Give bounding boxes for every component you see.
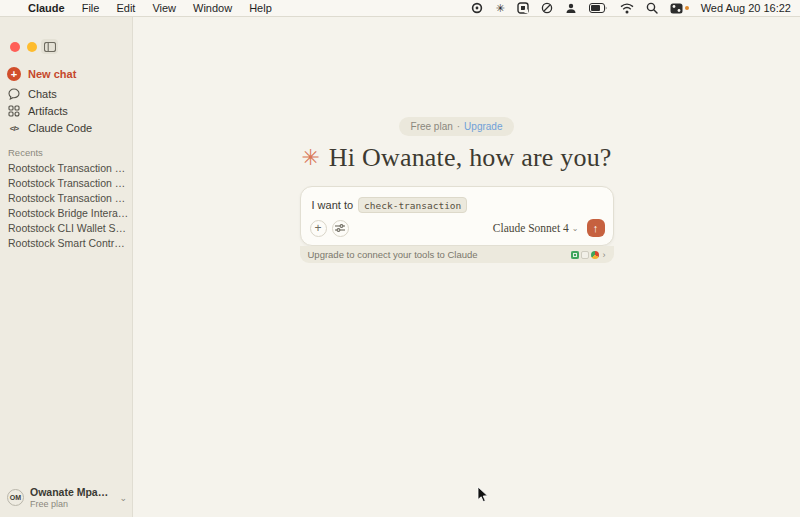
recent-chat-item[interactable]: Rootstock Transaction Verification [8,192,130,204]
upgrade-link[interactable]: Upgrade [464,121,502,132]
tools-settings-button[interactable] [332,220,349,237]
tool-icon-multicolor [591,251,599,259]
claude-starburst-icon: ✳ [301,147,319,169]
menu-view[interactable]: View [152,2,176,14]
menubar: Claude File Edit View Window Help ✳ [0,0,800,17]
artifacts-grid-icon [7,105,21,117]
sidebar-item-label: Claude Code [28,122,92,134]
minimize-window-button[interactable] [27,42,37,52]
plus-icon: + [7,67,21,81]
model-name: Claude Sonnet 4 [493,222,569,234]
close-window-button[interactable] [10,42,20,52]
chevron-down-icon: ⌄ [119,493,127,503]
new-chat-button[interactable]: + New chat [7,67,76,81]
shield-slash-icon[interactable] [541,2,553,15]
chevron-right-icon: › [603,250,606,260]
spotlight-search-icon[interactable] [646,2,658,15]
recent-chat-item[interactable]: Rootstock Bridge Interaction [8,207,130,219]
wifi-icon[interactable] [620,2,634,15]
greeting-text: Hi Owanate, how are you? [329,143,612,173]
battery-icon[interactable] [589,2,608,15]
dot-circle-icon[interactable] [471,2,483,15]
sidebar-item-label: Artifacts [28,105,68,117]
attach-button[interactable]: + [310,220,327,237]
connect-tools-banner[interactable]: Upgrade to connect your tools to Claude … [300,246,614,263]
sidebar-item-label: Chats [28,88,57,100]
greeting: ✳ Hi Owanate, how are you? [301,143,611,173]
sidebar-item-chats[interactable]: Chats [7,88,57,100]
recents-header: Recents [8,147,43,158]
plan-badge-text: Free plan [411,121,453,132]
main-content: Free plan · Upgrade ✳ Hi Owanate, how ar… [133,17,800,517]
tool-app-icons [571,251,599,259]
user-switch-icon[interactable] [565,2,577,15]
menu-help[interactable]: Help [249,2,272,14]
menu-window[interactable]: Window [193,2,232,14]
user-name: Owanate Mpakaboari A... [30,486,113,498]
recent-chat-item[interactable]: Rootstock Transaction Verification [8,177,130,189]
sidebar-item-artifacts[interactable]: Artifacts [7,105,68,117]
menu-extra-icon[interactable] [670,2,689,15]
recent-chat-item[interactable]: Rootstock Smart Contract Deploy... [8,237,130,249]
claude-app-window: + New chat Chats Artifacts </> Claude Co… [0,17,800,517]
tool-icon-gray [581,251,589,259]
menubar-clock[interactable]: Wed Aug 20 16:22 [701,2,791,14]
connect-tools-label: Upgrade to connect your tools to Claude [308,249,571,260]
model-selector[interactable]: Claude Sonnet 4 ⌄ [493,222,579,234]
send-button[interactable]: ↑ [587,219,605,237]
code-icon: </> [7,124,21,133]
user-account-button[interactable]: OM Owanate Mpakaboari A... Free plan ⌄ [7,486,127,509]
sidebar: + New chat Chats Artifacts </> Claude Co… [0,17,133,517]
chat-bubble-icon [7,88,21,100]
sidebar-toggle-button[interactable] [41,39,58,54]
user-plan: Free plan [30,499,113,509]
composer-typed-text: I want to [312,199,354,211]
menubar-app-name[interactable]: Claude [28,2,65,14]
avatar: OM [7,489,24,506]
recent-chat-item[interactable]: Rootstock CLI Wallet Setup [8,222,130,234]
recent-chat-item[interactable]: Rootstock Transaction Check [8,162,130,174]
menu-edit[interactable]: Edit [116,2,135,14]
composer-input[interactable]: I want to check-transaction [312,197,468,213]
tool-icon-green [571,251,579,259]
message-composer[interactable]: I want to check-transaction + Claude Son… [300,186,614,246]
app-badge-icon[interactable] [517,2,529,15]
code-token-pill: check-transaction [358,197,467,213]
menu-file[interactable]: File [82,2,100,14]
chevron-down-icon: ⌄ [572,224,579,233]
plan-badge: Free plan · Upgrade [399,117,515,136]
notification-dot [685,6,689,10]
sidebar-item-claude-code[interactable]: </> Claude Code [7,122,92,134]
claude-menubar-icon[interactable]: ✳ [495,2,504,15]
